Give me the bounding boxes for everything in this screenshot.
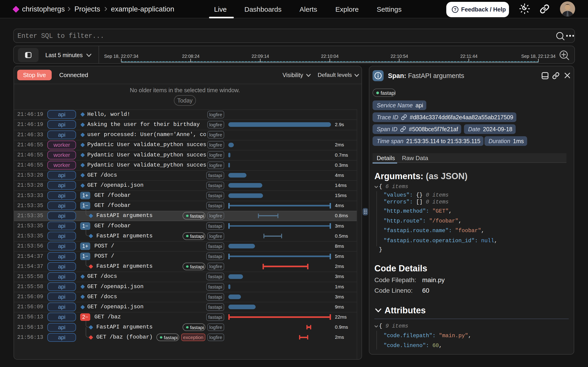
- svg-text:?: ?: [454, 7, 456, 12]
